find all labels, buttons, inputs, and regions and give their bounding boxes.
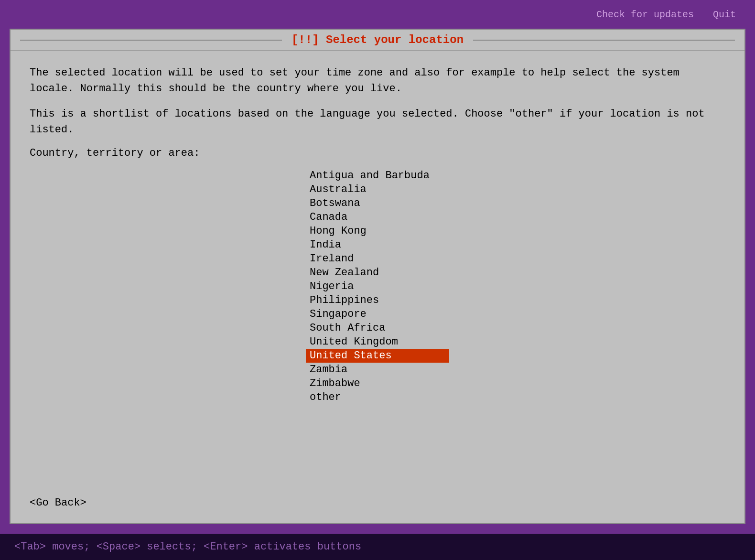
dialog-title: [!!] Select your location [282,33,473,46]
country-item[interactable]: India [306,238,449,252]
main-area: [!!] Select your location The selected l… [0,29,755,534]
country-list: Antigua and BarbudaAustraliaBotswanaCana… [306,169,449,404]
dialog-box: [!!] Select your location The selected l… [10,29,745,524]
dialog-content: The selected location will be used to se… [11,51,744,487]
bottom-hint-text: <Tab> moves; <Space> selects; <Enter> ac… [14,541,361,553]
quit-link[interactable]: Quit [713,9,736,20]
check-for-updates-link[interactable]: Check for updates [596,9,694,20]
description-text-2: This is a shortlist of locations based o… [30,106,725,138]
dialog-title-bar: [!!] Select your location [11,30,744,51]
country-item[interactable]: New Zealand [306,266,449,280]
country-item[interactable]: United Kingdom [306,335,449,349]
go-back-button[interactable]: <Go Back> [30,497,86,509]
description-text-1: The selected location will be used to se… [30,65,725,97]
country-item[interactable]: Canada [306,210,449,224]
country-item[interactable]: Zambia [306,363,449,377]
country-item[interactable]: United States [306,349,449,363]
country-item[interactable]: Botswana [306,196,449,210]
country-item[interactable]: Philippines [306,293,449,307]
bottom-bar: <Tab> moves; <Space> selects; <Enter> ac… [0,534,755,560]
section-label: Country, territory or area: [30,147,725,159]
country-item[interactable]: Ireland [306,252,449,266]
country-item[interactable]: Nigeria [306,280,449,293]
country-list-container: Antigua and BarbudaAustraliaBotswanaCana… [30,169,725,473]
top-bar: Check for updates Quit [0,0,755,29]
country-item[interactable]: Hong Kong [306,224,449,238]
country-item[interactable]: Australia [306,183,449,196]
country-item[interactable]: Singapore [306,307,449,321]
country-item[interactable]: South Africa [306,321,449,335]
country-item[interactable]: other [306,390,449,404]
country-item[interactable]: Antigua and Barbuda [306,169,449,183]
dialog-footer: <Go Back> [11,487,744,523]
country-item[interactable]: Zimbabwe [306,377,449,390]
